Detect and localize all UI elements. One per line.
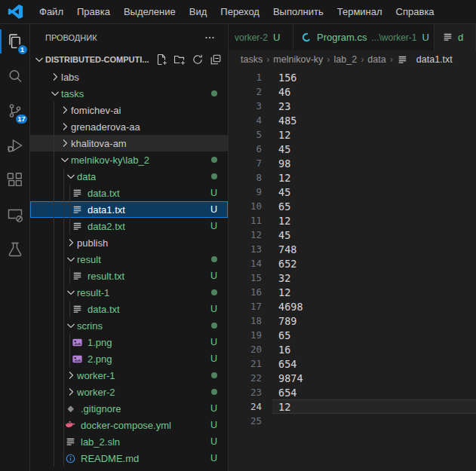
tree-file-1-png[interactable]: 1.pngU xyxy=(30,334,228,350)
tree-file-2-png[interactable]: 2.pngU xyxy=(30,350,228,367)
new-folder-icon[interactable] xyxy=(174,54,186,66)
breadcrumb-item-1[interactable]: melnikov-ky xyxy=(273,54,323,65)
code-line-9[interactable]: 945 xyxy=(229,185,476,199)
txt-file-icon xyxy=(72,188,83,199)
tree-folder-worker-1[interactable]: worker-1 xyxy=(30,367,228,384)
tree-file-data1-txt[interactable]: data1.txtU xyxy=(30,201,228,218)
tree-file-data-txt[interactable]: data.txtU xyxy=(30,301,228,317)
tab-program-cs-worker-1[interactable]: Program.cs ...\worker-1 U xyxy=(293,24,435,50)
menu-item-6[interactable]: Терминал xyxy=(330,0,389,23)
code-line-15[interactable]: 1532 xyxy=(229,271,476,285)
new-file-icon[interactable] xyxy=(155,54,167,66)
more-actions-icon[interactable] xyxy=(202,30,217,45)
activity-search[interactable] xyxy=(0,59,30,93)
tree-file-result-txt[interactable]: result.txtU xyxy=(30,268,228,284)
code-line-2[interactable]: 246 xyxy=(229,84,476,99)
git-status-badge: U xyxy=(422,32,428,43)
breadcrumb-separator: › xyxy=(361,54,364,65)
code-line-22[interactable]: 229874 xyxy=(229,371,476,385)
code-line-8[interactable]: 812 xyxy=(229,170,476,185)
activity-source-control[interactable]: 17 xyxy=(0,93,30,128)
code-line-21[interactable]: 21654 xyxy=(229,356,476,371)
line-text: 45 xyxy=(278,186,290,198)
code-line-16[interactable]: 1612 xyxy=(229,285,476,299)
modified-dot-badge xyxy=(211,256,217,262)
menu-item-4[interactable]: Переход xyxy=(213,0,266,23)
tree-folder-khalitova-am[interactable]: khalitova-am xyxy=(30,135,228,151)
indent-guide xyxy=(69,185,70,234)
breadcrumb-file[interactable]: data1.txt xyxy=(397,54,453,66)
tree-folder-result-1[interactable]: result-1 xyxy=(30,284,228,301)
tree-file-lab-2-sln[interactable]: lab_2.slnU xyxy=(30,433,228,450)
code-line-25[interactable]: 25 xyxy=(229,414,476,428)
code-line-24[interactable]: 2412 xyxy=(229,399,476,414)
tree-folder-grenaderova-aa[interactable]: grenaderova-aa xyxy=(30,118,228,135)
activity-explorer[interactable]: 1 xyxy=(0,24,30,59)
code-area[interactable]: 1156246323448551264579881294510651112124… xyxy=(229,69,476,471)
line-number: 25 xyxy=(229,415,262,427)
code-line-3[interactable]: 323 xyxy=(229,99,476,113)
menu-item-3[interactable]: Вид xyxy=(183,0,214,23)
tree-folder-publish[interactable]: publish xyxy=(30,234,228,251)
line-number: 2 xyxy=(229,86,262,97)
code-line-7[interactable]: 798 xyxy=(229,156,476,170)
tree-folder-result[interactable]: result xyxy=(30,251,228,268)
menu-item-5[interactable]: Выполнить xyxy=(266,0,330,23)
activity-remote-explorer[interactable] xyxy=(0,197,30,232)
tree-item-label: publish xyxy=(77,237,108,249)
tree-file-readme-md[interactable]: README.mdU xyxy=(30,450,228,466)
activity-testing[interactable] xyxy=(0,232,30,267)
tree-file-data2-txt[interactable]: data2.txtU xyxy=(30,218,228,234)
code-line-14[interactable]: 14652 xyxy=(229,256,476,271)
docker-file-icon xyxy=(65,420,76,431)
breadcrumb-file-label: data1.txt xyxy=(416,54,453,65)
menu-item-1[interactable]: Правка xyxy=(70,0,117,23)
workspace-section-header[interactable]: DISTRIBUTED-COMPUTI... xyxy=(30,50,228,69)
menu-item-7[interactable]: Справка xyxy=(389,0,441,23)
tree-folder-tasks[interactable]: tasks xyxy=(30,85,228,102)
line-number: 16 xyxy=(229,286,262,298)
tree-folder-scrins[interactable]: scrins xyxy=(30,317,228,334)
tree-file-gitignore[interactable]: .gitignoreU xyxy=(30,400,228,417)
code-line-13[interactable]: 13748 xyxy=(229,242,476,256)
code-line-5[interactable]: 512 xyxy=(229,127,476,142)
activity-run-and-debug[interactable] xyxy=(0,128,30,163)
chevron-right-icon xyxy=(65,369,77,381)
code-line-6[interactable]: 645 xyxy=(229,142,476,156)
tree-file-docker-compose-yml[interactable]: docker-compose.ymlU xyxy=(30,417,228,433)
code-line-23[interactable]: 23654 xyxy=(229,385,476,399)
code-line-12[interactable]: 1245 xyxy=(229,228,476,242)
code-line-17[interactable]: 174698 xyxy=(229,299,476,313)
tree-folder-melnikov-ky-lab-2[interactable]: melnikov-ky\lab_2 xyxy=(30,151,228,168)
code-line-20[interactable]: 2016 xyxy=(229,342,476,356)
tree-item-label: README.md xyxy=(81,453,139,464)
tree-folder-labs[interactable]: labs xyxy=(30,69,228,85)
tree-folder-worker-2[interactable]: worker-2 xyxy=(30,384,228,400)
txt-file-icon xyxy=(72,271,83,282)
code-line-1[interactable]: 1156 xyxy=(229,70,476,84)
code-line-18[interactable]: 18789 xyxy=(229,313,476,328)
code-line-10[interactable]: 1065 xyxy=(229,199,476,213)
code-line-19[interactable]: 1965 xyxy=(229,328,476,342)
menu-item-0[interactable]: Файл xyxy=(32,0,70,23)
line-number: 4 xyxy=(229,115,262,126)
tree-file-data-txt[interactable]: data.txtU xyxy=(30,185,228,201)
chevron-down-icon xyxy=(49,87,61,99)
breadcrumb-item-0[interactable]: tasks xyxy=(241,54,263,65)
line-number: 23 xyxy=(229,387,262,398)
collapse-folders-icon[interactable] xyxy=(210,54,222,66)
tree-folder-data[interactable]: data xyxy=(30,168,228,185)
tab-data1-txt[interactable]: d xyxy=(435,24,476,50)
breadcrumb-item-3[interactable]: data xyxy=(367,54,385,65)
refresh-icon[interactable] xyxy=(192,54,204,66)
code-line-11[interactable]: 1112 xyxy=(229,213,476,228)
menu-item-2[interactable]: Выделение xyxy=(117,0,183,23)
git-status-badge: U xyxy=(210,204,217,215)
breadcrumb-item-2[interactable]: lab_2 xyxy=(334,54,358,65)
line-number: 3 xyxy=(229,100,262,112)
code-line-4[interactable]: 4485 xyxy=(229,113,476,127)
tab-program-cs-worker-2[interactable]: vorker-2 U xyxy=(229,24,293,50)
activity-extensions[interactable] xyxy=(0,163,30,197)
line-text: 12 xyxy=(278,172,290,184)
tree-folder-fomichev-ai[interactable]: fomichev-ai xyxy=(30,102,228,118)
